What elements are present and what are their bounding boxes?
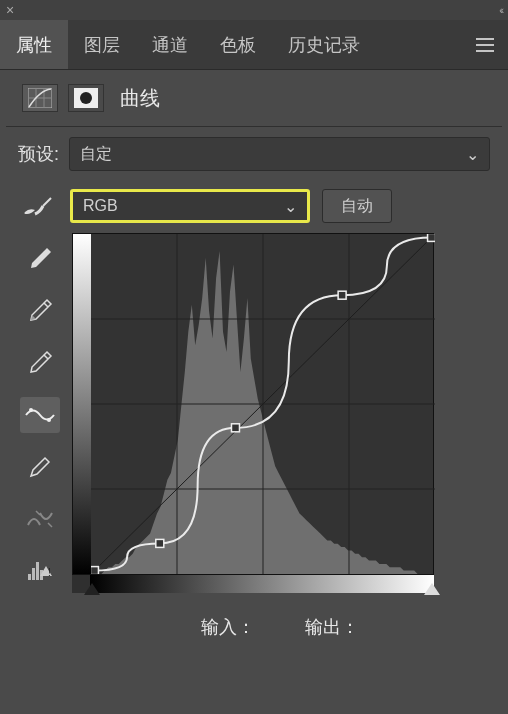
tab-label: 色板 bbox=[220, 33, 256, 57]
svg-rect-15 bbox=[231, 424, 239, 432]
collapse-icon[interactable]: ‹‹ bbox=[499, 5, 502, 16]
input-gradient[interactable] bbox=[90, 575, 434, 593]
auto-button[interactable]: 自动 bbox=[322, 189, 392, 223]
svg-point-4 bbox=[47, 418, 51, 422]
channel-row: RGB ⌄ 自动 bbox=[0, 175, 508, 229]
tab-bar: 属性 图层 通道 色板 历史记录 bbox=[0, 20, 508, 70]
chevron-down-icon: ⌄ bbox=[466, 145, 479, 164]
svg-rect-13 bbox=[91, 567, 98, 574]
svg-rect-16 bbox=[338, 291, 346, 299]
black-point-slider[interactable] bbox=[84, 583, 100, 595]
panel-title: 曲线 bbox=[120, 85, 160, 112]
eyedropper-black-icon[interactable] bbox=[20, 241, 60, 277]
output-gradient bbox=[73, 234, 91, 574]
adjustment-grid-icon[interactable] bbox=[22, 84, 58, 112]
channel-value: RGB bbox=[83, 197, 118, 215]
io-readout: 输入： 输出： bbox=[0, 593, 508, 649]
preset-row: 预设: 自定 ⌄ bbox=[0, 127, 508, 175]
chevron-down-icon: ⌄ bbox=[284, 197, 297, 216]
tab-layers[interactable]: 图层 bbox=[68, 20, 136, 69]
curve-canvas[interactable] bbox=[91, 234, 433, 574]
clip-histogram-icon[interactable]: ! bbox=[20, 553, 60, 589]
tab-label: 属性 bbox=[16, 33, 52, 57]
eyedropper-white-icon[interactable] bbox=[20, 345, 60, 381]
svg-text:!: ! bbox=[48, 567, 51, 578]
preset-label: 预设: bbox=[18, 142, 59, 166]
white-point-slider[interactable] bbox=[424, 583, 440, 595]
svg-rect-17 bbox=[428, 234, 435, 241]
curve-point-tool-icon[interactable] bbox=[20, 397, 60, 433]
eyedropper-gray-icon[interactable] bbox=[20, 293, 60, 329]
tab-label: 图层 bbox=[84, 33, 120, 57]
input-label: 输入： bbox=[201, 615, 255, 639]
tool-column: ! bbox=[18, 233, 62, 593]
panel-header: 曲线 bbox=[0, 70, 508, 122]
panel-menu-icon[interactable] bbox=[462, 38, 508, 52]
close-icon[interactable]: × bbox=[6, 2, 14, 18]
preset-select[interactable]: 自定 ⌄ bbox=[69, 137, 490, 171]
sample-in-image-icon[interactable] bbox=[18, 194, 58, 218]
output-label: 输出： bbox=[305, 615, 359, 639]
tab-channels[interactable]: 通道 bbox=[136, 20, 204, 69]
tab-history[interactable]: 历史记录 bbox=[272, 20, 376, 69]
tab-properties[interactable]: 属性 bbox=[0, 20, 68, 69]
auto-label: 自动 bbox=[341, 196, 373, 217]
channel-select[interactable]: RGB ⌄ bbox=[70, 189, 310, 223]
preset-value: 自定 bbox=[80, 144, 112, 165]
svg-point-3 bbox=[29, 408, 33, 412]
svg-point-2 bbox=[80, 92, 92, 104]
layer-mask-icon[interactable] bbox=[68, 84, 104, 112]
tab-label: 通道 bbox=[152, 33, 188, 57]
pencil-tool-icon[interactable] bbox=[20, 449, 60, 485]
curve-box[interactable] bbox=[72, 233, 434, 575]
smooth-tool-icon[interactable] bbox=[20, 501, 60, 537]
tab-swatches[interactable]: 色板 bbox=[204, 20, 272, 69]
tab-label: 历史记录 bbox=[288, 33, 360, 57]
curve-area bbox=[72, 233, 490, 593]
svg-rect-14 bbox=[156, 539, 164, 547]
